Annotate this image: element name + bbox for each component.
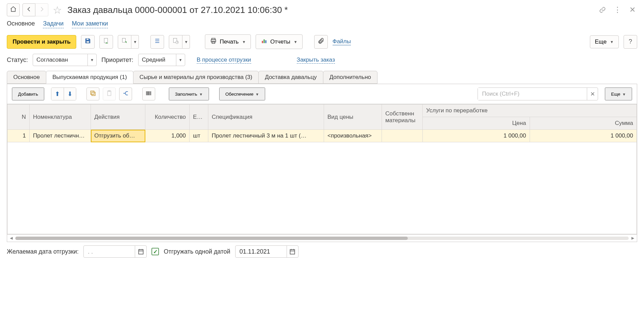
post-button[interactable] xyxy=(99,35,113,49)
subnav-notes[interactable]: Мои заметки xyxy=(72,20,108,28)
cell-own-materials[interactable] xyxy=(382,130,423,142)
cell-price-type[interactable]: <произвольная> xyxy=(324,130,382,142)
attach-button[interactable] xyxy=(314,35,328,49)
svg-rect-2 xyxy=(104,38,108,43)
create-based-on-button[interactable] xyxy=(118,35,131,49)
create-based-on-caret[interactable]: ▼ xyxy=(131,35,139,49)
favorite-button[interactable]: ☆ xyxy=(51,4,63,16)
barcode-icon xyxy=(145,90,152,98)
inner-more-button[interactable]: Еще ▼ xyxy=(605,87,632,100)
move-down-button[interactable]: ⬇ xyxy=(64,88,76,100)
home-button[interactable] xyxy=(7,3,20,16)
priority-label: Приоритет: xyxy=(101,57,133,64)
print-button[interactable]: Печать ▼ xyxy=(205,34,251,49)
tab-extra[interactable]: Дополнительно xyxy=(323,71,377,84)
copy-icon xyxy=(90,90,96,98)
close-order-link[interactable]: Закрыть заказ xyxy=(297,57,335,64)
star-icon: ☆ xyxy=(53,4,62,16)
provision-button[interactable]: Обеспечение ▼ xyxy=(219,87,265,100)
tab-main[interactable]: Основное xyxy=(7,71,46,84)
th-own-materials[interactable]: Собственн материалы xyxy=(382,105,423,130)
arrow-up-icon: ⬆ xyxy=(55,90,60,98)
save-icon xyxy=(84,37,91,46)
th-price-type[interactable]: Вид цены xyxy=(324,105,382,130)
scroll-right-icon[interactable]: ▶ xyxy=(631,236,634,240)
table-row[interactable]: 1 Пролет лестничн… Отгрузить об… 1,000 ш… xyxy=(7,130,637,142)
link-icon[interactable] xyxy=(598,5,607,15)
status-select[interactable]: Согласован ▼ xyxy=(33,54,97,66)
clear-search-button[interactable]: ✕ xyxy=(587,88,598,100)
cell-sum[interactable]: 1 000,00 xyxy=(530,130,637,142)
th-spec[interactable]: Спецификация xyxy=(208,105,324,130)
cell-qty[interactable]: 1,000 xyxy=(145,130,190,142)
calendar-button[interactable] xyxy=(169,35,182,49)
cell-actions[interactable]: Отгрузить об… xyxy=(91,130,145,142)
scrollbar-thumb[interactable] xyxy=(15,237,408,240)
document-arrow-icon xyxy=(121,37,128,46)
scroll-left-icon[interactable]: ◀ xyxy=(10,236,13,240)
close-icon[interactable]: ✕ xyxy=(628,5,637,15)
save-button[interactable] xyxy=(81,35,95,49)
subnav-tasks[interactable]: Задачи xyxy=(43,20,63,28)
th-unit[interactable]: Ед. изм. xyxy=(190,105,208,130)
fill-button[interactable]: Заполнить ▼ xyxy=(169,87,209,100)
more-button[interactable]: Еще ▼ xyxy=(590,35,619,48)
th-n[interactable]: N xyxy=(7,105,30,130)
calendar-icon[interactable] xyxy=(135,246,146,257)
reports-button[interactable]: Отчеты ▼ xyxy=(256,34,303,49)
move-up-button[interactable]: ⬆ xyxy=(51,88,64,100)
post-icon xyxy=(103,37,110,46)
svg-rect-14 xyxy=(265,40,266,43)
calendar-caret[interactable]: ▼ xyxy=(182,35,190,49)
add-button[interactable]: Добавить xyxy=(12,87,44,100)
cell-spec[interactable]: Пролет лестничный 3 м на 1 шт (… xyxy=(208,130,324,142)
cell-n[interactable]: 1 xyxy=(7,130,30,142)
ship-single-checkbox[interactable]: ✓ xyxy=(151,248,159,255)
document-clock-icon xyxy=(172,37,179,46)
home-icon xyxy=(10,6,17,14)
barcode-button[interactable] xyxy=(142,87,155,100)
th-services[interactable]: Услуги по переработке xyxy=(423,105,637,117)
arrow-down-icon: ⬇ xyxy=(67,90,73,98)
back-button[interactable] xyxy=(22,3,35,16)
help-button[interactable]: ? xyxy=(624,35,637,49)
split-button[interactable] xyxy=(119,87,132,100)
cell-unit[interactable]: шт xyxy=(190,130,208,142)
desired-date-input[interactable]: . . xyxy=(83,245,147,258)
th-nomen[interactable]: Номенклатура xyxy=(30,105,91,130)
tab-products[interactable]: Выпускаемая продукция (1) xyxy=(46,71,133,84)
subnav-main[interactable]: Основное xyxy=(7,20,35,28)
priority-select[interactable]: Средний ▼ xyxy=(138,54,185,66)
kebab-icon[interactable]: ⋮ xyxy=(613,5,622,15)
products-table: N Номенклатура Действия Количество Ед. и… xyxy=(7,104,637,234)
tab-delivery[interactable]: Доставка давальцу xyxy=(258,71,323,84)
table-empty-area xyxy=(7,142,637,234)
caret-down-icon[interactable]: ▼ xyxy=(87,54,96,66)
svg-rect-16 xyxy=(91,91,94,94)
post-and-close-button[interactable]: Провести и закрыть xyxy=(7,35,76,49)
priority-value: Средний xyxy=(139,54,176,66)
copy-button[interactable] xyxy=(86,87,99,100)
caret-down-icon[interactable]: ▼ xyxy=(176,54,185,66)
files-link[interactable]: Файлы xyxy=(333,38,351,45)
th-sum[interactable]: Сумма xyxy=(530,117,637,130)
svg-rect-28 xyxy=(290,250,294,254)
arrow-left-icon xyxy=(26,6,32,14)
th-price[interactable]: Цена xyxy=(423,117,530,130)
calendar-icon[interactable] xyxy=(287,246,298,257)
paste-button[interactable] xyxy=(103,87,116,100)
structure-button[interactable] xyxy=(150,35,164,49)
ship-date-input[interactable]: 01.11.2021 xyxy=(235,245,299,258)
fill-label: Заполнить xyxy=(175,92,197,97)
shipping-status-link[interactable]: В процессе отгрузки xyxy=(197,57,251,64)
search-input[interactable] xyxy=(478,88,587,100)
cell-price[interactable]: 1 000,00 xyxy=(423,130,530,142)
th-qty[interactable]: Количество xyxy=(145,105,190,130)
horizontal-scrollbar[interactable]: ◀ ▶ xyxy=(7,235,637,242)
cell-nomen[interactable]: Пролет лестничн… xyxy=(30,130,91,142)
caret-down-icon: ▼ xyxy=(294,40,297,44)
forward-button[interactable] xyxy=(35,3,48,16)
th-actions[interactable]: Действия xyxy=(91,105,145,130)
caret-down-icon: ▼ xyxy=(610,40,614,44)
tab-raw[interactable]: Сырье и материалы для производства (3) xyxy=(133,71,259,84)
